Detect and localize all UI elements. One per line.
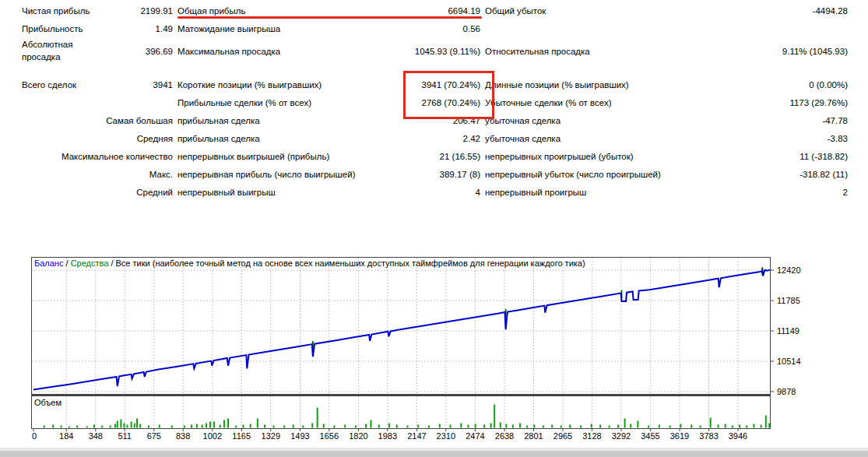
stat-label: Средний (136, 188, 173, 197)
svg-text:184: 184 (59, 431, 73, 441)
stat-label: Матожидание выигрыша (177, 24, 280, 33)
svg-text:2147: 2147 (407, 431, 426, 441)
stat-label: Всего сделок (22, 80, 76, 90)
svg-text:348: 348 (89, 431, 103, 441)
stat-value: 9.11% (1045.93) (782, 47, 848, 56)
svg-text:3128: 3128 (582, 431, 601, 441)
volume-pane-label: Объем (34, 398, 61, 407)
stat-label: непрерывная прибыль (число выигрышей) (177, 170, 355, 179)
table-row: Макс. непрерывная прибыль (число выигрыш… (22, 165, 848, 183)
svg-text:1820: 1820 (349, 431, 367, 441)
svg-text:2965: 2965 (553, 431, 572, 441)
stat-value: 2199.91 (140, 6, 173, 16)
svg-text:675: 675 (147, 431, 161, 441)
stat-label: убыточная сделка (485, 116, 561, 125)
svg-text:2310: 2310 (437, 431, 455, 441)
svg-text:3783: 3783 (699, 431, 718, 441)
svg-text:1002: 1002 (203, 431, 222, 441)
red-underline-annotation (177, 16, 482, 19)
svg-text:1329: 1329 (262, 431, 280, 441)
stat-label: Общая прибыль (177, 6, 245, 16)
stat-label: убыточная сделка (485, 134, 561, 143)
stat-value: -3.83 (828, 134, 848, 143)
stat-label: непрерывный выигрыш (177, 188, 276, 197)
stat-label: Максимальная просадка (177, 47, 280, 56)
stat-value: 389.17 (8) (440, 170, 480, 179)
stat-label: непрерывный проигрыш (485, 188, 586, 197)
stat-label: Длинные позиции (% выигравших) (485, 80, 629, 90)
svg-text:838: 838 (176, 431, 190, 441)
stat-label: Чистая прибыль (22, 6, 90, 16)
red-box-annotation (403, 71, 494, 119)
svg-text:511: 511 (118, 431, 132, 441)
stat-value: 0.56 (463, 24, 480, 33)
table-row: Средняя прибыльная сделка2.42 убыточная … (22, 129, 848, 147)
stat-label: Самая большая (106, 116, 173, 125)
stat-label: прибыльная сделка (177, 134, 260, 143)
stat-value: -47.78 (822, 116, 848, 125)
stat-value: 6694.19 (448, 6, 480, 16)
chart-canvas[interactable]: 1242011785111491051498780184348511675838… (31, 257, 856, 448)
table-row: Средний непрерывный выигрыш4 непрерывный… (22, 183, 848, 201)
stat-label: Максимальное количество (61, 152, 173, 161)
balance-chart: 1242011785111491051498780184348511675838… (31, 257, 856, 448)
table-row: Абсолютная просадка396.69 Максимальная п… (22, 37, 848, 65)
stat-label: Прибыльность (22, 24, 83, 33)
stat-label: непрерывный убыток (число проигрышей) (485, 170, 661, 179)
stat-value: 3941 (153, 80, 173, 90)
svg-text:1983: 1983 (378, 431, 397, 441)
svg-text:2638: 2638 (495, 431, 514, 441)
table-row: Максимальное количество непрерывных выиг… (22, 147, 848, 165)
bottom-bar (0, 451, 868, 457)
stat-label: Макс. (149, 170, 173, 179)
stat-value: 2.42 (463, 134, 480, 143)
stat-value: 4 (476, 188, 480, 197)
svg-text:10514: 10514 (777, 357, 801, 366)
svg-text:3619: 3619 (670, 431, 689, 441)
stat-label: Прибыльные сделки (% от всех) (177, 98, 311, 107)
legend-balance-label: Баланс (34, 258, 63, 268)
stat-label: Абсолютная просадка (22, 39, 86, 63)
stat-value: 1173 (29.76%) (789, 98, 848, 107)
legend-equity-label: Средства (71, 258, 109, 268)
table-row: Прибыльность1.49 Матожидание выигрыша0.5… (22, 19, 848, 37)
svg-text:3292: 3292 (612, 431, 631, 441)
stat-value: 21 (16.55) (440, 152, 480, 161)
svg-text:2474: 2474 (466, 431, 484, 441)
svg-text:2801: 2801 (524, 431, 543, 441)
svg-text:1493: 1493 (290, 431, 309, 441)
stat-value: 0 (0.00%) (809, 80, 848, 90)
stat-label: непрерывных выигрышей (прибыль) (177, 152, 329, 161)
stat-value: 1.49 (156, 24, 173, 33)
legend-separator: / (63, 258, 70, 268)
stat-label: Общий убыток (485, 6, 546, 16)
legend-separator: / (108, 258, 115, 268)
svg-text:1656: 1656 (320, 431, 339, 441)
stat-value: 1045.93 (9.11%) (415, 47, 480, 56)
chart-legend: Баланс / Средства / Все тики (наиболее т… (34, 258, 585, 268)
svg-text:9878: 9878 (777, 387, 796, 396)
svg-text:1165: 1165 (232, 431, 251, 441)
svg-text:12420: 12420 (777, 265, 801, 275)
stat-value: 11 (-318.82) (799, 152, 848, 161)
stat-label: Относительная просадка (485, 47, 590, 56)
svg-text:11785: 11785 (777, 296, 800, 305)
stat-value: -4494.28 (813, 6, 848, 16)
stat-value: 396.69 (146, 47, 173, 56)
stat-label: непрерывных проигрышей (убыток) (485, 152, 634, 161)
stat-label: Убыточные сделки (% от всех) (485, 98, 612, 107)
stat-label: прибыльная сделка (177, 116, 260, 125)
stat-value: 2 (843, 188, 848, 197)
stat-label: Короткие позиции (% выигравших) (177, 80, 322, 90)
legend-mode-label: Все тики (наиболее точный метод на основ… (116, 258, 585, 268)
svg-text:3455: 3455 (641, 431, 659, 441)
svg-text:11149: 11149 (777, 326, 799, 336)
stat-label: Средняя (137, 134, 173, 143)
svg-text:3946: 3946 (729, 431, 747, 441)
svg-text:0: 0 (32, 431, 37, 441)
stat-value: -318.82 (11) (799, 170, 848, 179)
